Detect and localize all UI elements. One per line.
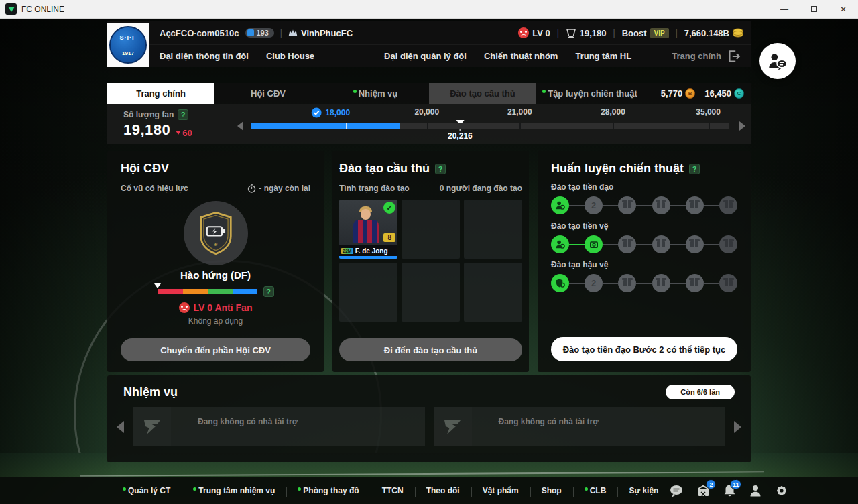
fc-logo-icon bbox=[133, 407, 171, 446]
training-title: Đào tạo cầu thủ bbox=[339, 162, 430, 176]
gift-icon bbox=[725, 202, 733, 208]
slider-left-arrow[interactable] bbox=[237, 121, 243, 131]
nav-item-team-manage[interactable]: Đại diện quản lý đội bbox=[384, 51, 467, 61]
sponsor-text: Đang không có nhà tài trợ bbox=[499, 417, 599, 426]
track-midfield-label: Đào tạo tiền vệ bbox=[551, 221, 737, 231]
currency-area: 5,770B 16,450C bbox=[661, 83, 751, 104]
goto-fanclub-button[interactable]: Chuyển đến phần Hội CĐV bbox=[121, 338, 310, 361]
menu-events[interactable]: Sự kiện bbox=[617, 486, 670, 495]
gauge-marker bbox=[154, 284, 161, 288]
milestone-21000: 21,000 bbox=[507, 107, 532, 117]
app-window: FC ONLINE — ✕ S·I·F 1917 AçcFCO·com0510c bbox=[0, 0, 858, 504]
menu-follow[interactable]: Theo dõi bbox=[415, 486, 471, 495]
slider-fill bbox=[251, 123, 400, 129]
sponsor-sub: - bbox=[499, 429, 599, 437]
help-icon[interactable]: ? bbox=[178, 109, 188, 120]
goto-player-training-button[interactable]: Đi đến đào tạo cầu thủ bbox=[339, 338, 522, 361]
boost-stat[interactable]: Boost VIP bbox=[622, 28, 669, 38]
gift-icon bbox=[623, 241, 631, 247]
menu-mission-center[interactable]: Trung tâm nhiệm vụ bbox=[182, 486, 286, 495]
trophy-icon bbox=[566, 27, 576, 38]
coins-icon bbox=[733, 28, 744, 38]
milestone-28000: 28,000 bbox=[601, 107, 625, 117]
notify-dot bbox=[193, 487, 196, 491]
milestone-18000[interactable]: 18,000 bbox=[311, 107, 350, 118]
tab-missions[interactable]: Nhiệm vụ bbox=[322, 83, 429, 104]
step-reward bbox=[652, 274, 670, 292]
fc-logo-icon bbox=[434, 407, 472, 446]
step-reward bbox=[652, 235, 670, 253]
tab-bar: Trang chính Hội CĐV Nhiệm vụ Đào tạo cầu… bbox=[107, 83, 751, 104]
step-reward bbox=[618, 274, 636, 292]
sponsor-card[interactable]: Đang không có nhà tài trợ - bbox=[434, 407, 726, 446]
nav-item-team-info[interactable]: Đại diện thông tin đội bbox=[160, 51, 249, 61]
player-card[interactable]: ✓ 8 22M F. de Jong bbox=[339, 200, 397, 259]
help-icon[interactable]: ? bbox=[263, 286, 274, 297]
training-count-label: 0 người đang đào tạo bbox=[440, 184, 522, 193]
missions-left-arrow[interactable] bbox=[117, 421, 124, 433]
home-link[interactable]: Trang chính bbox=[672, 51, 721, 61]
sponsor-text: Đang không có nhà tài trợ bbox=[198, 417, 298, 426]
player-progress-bar bbox=[339, 256, 397, 259]
account-badge-icon bbox=[247, 29, 254, 36]
empty-slot bbox=[402, 200, 460, 259]
step-reward bbox=[686, 196, 704, 214]
gift-icon bbox=[657, 280, 665, 286]
exit-icon[interactable] bbox=[727, 49, 741, 64]
fan-progress-section: Số lượng fan ? 19,180 60 18,000 20,000 bbox=[107, 104, 751, 144]
tab-main[interactable]: Trang chính bbox=[107, 83, 214, 104]
fan-milestone-slider[interactable]: 18,000 20,000 21,000 28,000 35,000 20,21… bbox=[233, 104, 747, 144]
account-level-badge[interactable]: 193 bbox=[245, 28, 274, 38]
notification-count: 11 bbox=[730, 479, 742, 489]
step-player-icon bbox=[551, 196, 569, 214]
missions-right-arrow[interactable] bbox=[734, 421, 741, 433]
support-chat-button[interactable] bbox=[759, 43, 796, 79]
nav-item-club-house[interactable]: Club House bbox=[266, 51, 314, 61]
crown-icon bbox=[288, 29, 298, 37]
fanclub-panel: Hội CĐV Cổ vũ có hiệu lực - ngày còn lại bbox=[107, 151, 324, 372]
sponsor-sub: - bbox=[198, 429, 298, 437]
nav-item-training-center[interactable]: Trung tâm HL bbox=[575, 51, 631, 61]
help-icon[interactable]: ? bbox=[435, 164, 446, 174]
tab-tactic-training[interactable]: Tập luyện chiến thuật bbox=[536, 83, 644, 104]
menu-locker-room[interactable]: Phòng thay đồ bbox=[286, 486, 370, 495]
help-icon[interactable]: ? bbox=[689, 164, 700, 174]
missions-remaining-badge[interactable]: Còn 6/6 lần bbox=[666, 385, 735, 399]
slider-right-arrow[interactable] bbox=[739, 121, 745, 131]
bp-coin-icon: B bbox=[685, 88, 695, 99]
notification-count: 2 bbox=[706, 479, 716, 489]
continue-training-button[interactable]: Đào tạo tiền đạo Bước 2 có thể tiếp tục bbox=[551, 337, 737, 361]
menu-ttcn[interactable]: TTCN bbox=[371, 486, 415, 495]
menu-ct-manage[interactable]: Quản lý CT bbox=[111, 486, 182, 495]
nav-item-group-tactics[interactable]: Chiến thuật nhóm bbox=[484, 51, 558, 61]
forward-training-stepper: 2 bbox=[551, 196, 737, 214]
notifications-button[interactable]: 11 bbox=[723, 484, 736, 497]
gift-icon bbox=[657, 241, 665, 247]
sponsor-card[interactable]: Đang không có nhà tài trợ - bbox=[133, 407, 425, 446]
fan-count-stat: 19,180 bbox=[566, 27, 607, 38]
gift-icon bbox=[690, 241, 698, 247]
settings-button[interactable] bbox=[775, 484, 788, 497]
tab-player-training[interactable]: Đào tạo cầu thủ bbox=[429, 83, 536, 104]
gift-icon bbox=[623, 280, 631, 286]
fan-count-label: Số lượng fan bbox=[123, 110, 174, 119]
menu-shop[interactable]: Shop bbox=[530, 486, 573, 495]
clubhouse-button[interactable]: 2 bbox=[696, 484, 711, 497]
notify-dot bbox=[542, 90, 546, 93]
minimize-button[interactable]: — bbox=[770, 0, 799, 19]
slider-track[interactable] bbox=[251, 123, 729, 129]
gift-icon bbox=[690, 280, 698, 286]
maximize-button[interactable] bbox=[799, 0, 829, 19]
club-crest[interactable]: S·I·F 1917 bbox=[107, 23, 149, 67]
menu-clb[interactable]: CLB bbox=[573, 486, 618, 495]
mood-name: Hào hứng (DF) bbox=[121, 269, 310, 281]
chat-bubble-icon bbox=[670, 485, 684, 497]
profile-button[interactable] bbox=[749, 484, 762, 497]
fan-delta: 60 bbox=[176, 128, 192, 138]
fanclub-title: Hội CĐV bbox=[121, 162, 169, 176]
menu-items[interactable]: Vật phẩm bbox=[471, 486, 530, 495]
close-button[interactable]: ✕ bbox=[829, 0, 858, 19]
chat-button[interactable] bbox=[670, 485, 684, 497]
bp-currency: 5,770B bbox=[661, 88, 696, 99]
tab-fanclub[interactable]: Hội CĐV bbox=[214, 83, 322, 104]
